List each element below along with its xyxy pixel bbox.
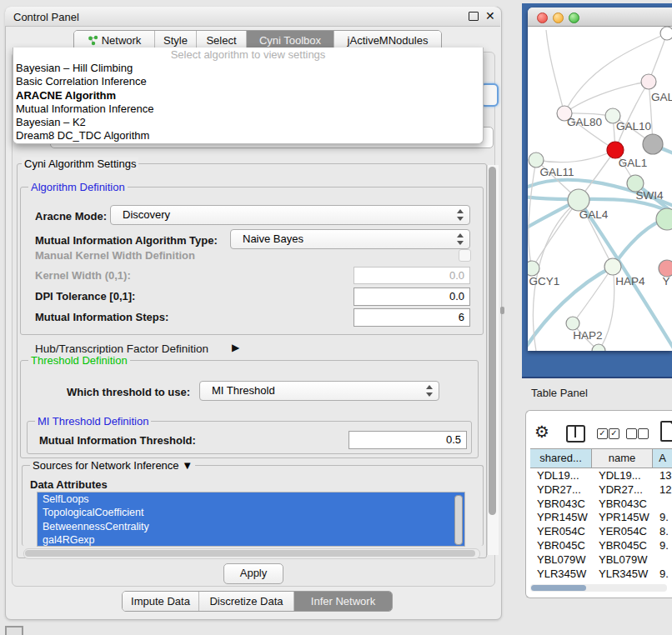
mi-steps-field[interactable]: 6	[354, 308, 470, 327]
which-threshold-combobox[interactable]: MI Threshold	[199, 381, 439, 401]
table-cell: YBL079W	[592, 553, 653, 568]
table-cell: YLR345W	[592, 568, 653, 582]
table-row[interactable]: YER054CYER054C8.	[530, 525, 672, 539]
checked-checkbox-icon[interactable]: ✓	[597, 428, 608, 439]
mi-algorithm-type-label: Mutual Information Algorithm Type:	[35, 234, 218, 247]
tab-label: Network	[102, 34, 142, 47]
algorithm-option[interactable]: Basic Correlation Inference	[13, 75, 483, 88]
node-label: GAL80	[567, 116, 602, 128]
node-label: GCY1	[529, 275, 560, 288]
mi-threshold-label: Mutual Information Threshold:	[39, 434, 196, 447]
control-panel-title: Control Panel	[13, 11, 79, 23]
data-attribute-item[interactable]: BetweennessCentrality	[38, 520, 464, 533]
expander-right-icon[interactable]: ▶	[232, 342, 239, 353]
settings-hscrollbar-thumb[interactable]	[25, 550, 475, 557]
node-label: HAP4	[615, 275, 645, 288]
data-attributes-label: Data Attributes	[30, 478, 108, 491]
table-row[interactable]: YIL052CYIL052C9	[530, 581, 672, 583]
dpi-tolerance-field[interactable]: 0.0	[354, 288, 470, 306]
manual-kernel-width-checkbox[interactable]	[459, 249, 471, 262]
network-node-hap2[interactable]	[566, 317, 579, 330]
bottom-tab-infer-network[interactable]: Infer Network	[294, 592, 392, 611]
hub-definition-label: Hub/Transcription Factor Definition	[35, 342, 208, 355]
algorithm-option[interactable]: Bayesian – Hill Climbing	[13, 62, 483, 75]
data-attribute-item[interactable]: gal4RGexp	[38, 533, 464, 547]
node-label: GAL11	[539, 166, 574, 178]
table-cell: YBR043C	[592, 498, 653, 512]
minimized-panel-icon[interactable]	[5, 626, 23, 635]
network-node-y[interactable]	[659, 260, 672, 277]
attr-list-scrollbar[interactable]	[454, 495, 463, 545]
bottom-tab-impute-data[interactable]: Impute Data	[123, 592, 199, 611]
algorithm-option[interactable]: ARACNE Algorithm	[13, 89, 483, 102]
tab-label: Select	[206, 34, 236, 47]
algorithm-option[interactable]: Dream8 DC_TDC Algorithm	[13, 129, 483, 142]
gear-icon[interactable]: ⚙	[534, 422, 549, 442]
network-node[interactable]	[643, 134, 663, 154]
network-window-titlebar[interactable]	[528, 8, 672, 27]
node-label: GAL1	[619, 157, 648, 169]
combo-spinner-icon	[457, 233, 464, 245]
table-hscrollbar-thumb[interactable]	[531, 585, 586, 591]
table-row[interactable]: YBR045CYBR045C9.	[530, 539, 672, 553]
float-window-icon[interactable]	[469, 12, 479, 21]
table-row[interactable]: YPR145WYPR145W9.	[530, 511, 672, 525]
aracne-mode-combobox[interactable]: Discovery	[110, 205, 470, 225]
table-cell: 9.	[653, 511, 672, 525]
combo-spinner-icon	[426, 385, 433, 397]
table-cell	[653, 553, 672, 568]
table-header-clipped[interactable]: A	[653, 448, 672, 468]
algorithm-option[interactable]: Mutual Information Inference	[13, 102, 483, 116]
aracne-mode-label: Aracne Mode:	[35, 210, 107, 222]
splitter-grip[interactable]	[500, 307, 504, 314]
network-node[interactable]	[656, 208, 672, 230]
close-icon[interactable]: ✕	[485, 9, 495, 22]
close-traffic-light-icon[interactable]	[537, 12, 548, 23]
network-node[interactable]	[660, 27, 672, 40]
node-label: GAL	[651, 91, 672, 103]
control-panel-titlebar[interactable]	[5, 7, 500, 27]
settings-vscrollbar-thumb[interactable]	[489, 167, 496, 515]
table-cell: YPR145W	[592, 511, 653, 525]
mi-threshold-field[interactable]: 0.5	[349, 431, 467, 449]
which-threshold-value: MI Threshold	[212, 384, 275, 397]
unchecked-checkbox-icon[interactable]	[626, 428, 637, 439]
tab-label: Cyni Toolbox	[259, 34, 321, 47]
checked-checkbox-icon[interactable]: ✓	[609, 428, 619, 439]
algorithm-option[interactable]: Bayesian – K2	[13, 116, 483, 129]
bottom-tab-discretize-data[interactable]: Discretize Data	[199, 592, 294, 611]
table-row[interactable]: YBL079WYBL079W	[530, 553, 672, 568]
kernel-width-label: Kernel Width (0,1):	[35, 269, 131, 282]
table-row[interactable]: YDR27...YDR27...12	[530, 483, 672, 498]
minimize-traffic-light-icon[interactable]	[553, 12, 564, 23]
data-attribute-item[interactable]: TopologicalCoefficient	[38, 506, 464, 519]
unchecked-checkbox-icon[interactable]	[638, 428, 649, 439]
export-table-icon[interactable]	[660, 421, 672, 442]
zoom-traffic-light-icon[interactable]	[569, 12, 579, 23]
network-node-gcy1[interactable]	[528, 261, 539, 276]
data-attribute-item[interactable]: SelfLoops	[38, 492, 464, 506]
table-row[interactable]: YDL19...YDL19...13	[530, 469, 672, 483]
table-row[interactable]: YLR345WYLR345W9.	[530, 568, 672, 582]
network-node-gal[interactable]	[641, 74, 656, 89]
network-node[interactable]	[592, 344, 605, 351]
expander-down-icon[interactable]: ▼	[182, 459, 193, 472]
table-row[interactable]: YBR043CYBR043C	[530, 498, 672, 512]
apply-button[interactable]: Apply	[223, 563, 283, 584]
table-body: YDL19...YDL19...13YDR27...YDR27...12YBR0…	[530, 469, 672, 583]
table-cell: YER054C	[592, 525, 653, 539]
threshold-definition-title: Threshold Definition	[28, 354, 130, 367]
network-node-hap4[interactable]	[604, 258, 621, 275]
table-cell: 12	[653, 483, 672, 498]
table-cell: 9.	[653, 539, 672, 553]
node-label: GAL10	[616, 120, 651, 132]
network-node-gal1[interactable]	[607, 142, 624, 158]
column-layout-icon[interactable]	[566, 425, 585, 442]
kernel-width-field[interactable]: 0.0	[354, 267, 470, 284]
tab-label: jActiveMNodules	[348, 34, 429, 47]
network-canvas[interactable]: GALGAL80GAL10GAL1GAL11SWI4GAL4GCY1HAP4YH…	[528, 26, 672, 351]
table-header-shared-name[interactable]: shared...	[530, 448, 592, 468]
table-header-name[interactable]: name	[592, 448, 653, 468]
data-attributes-list[interactable]: SelfLoopsTopologicalCoefficientBetweenne…	[37, 492, 465, 547]
mi-algorithm-type-combobox[interactable]: Naive Bayes	[230, 229, 470, 249]
